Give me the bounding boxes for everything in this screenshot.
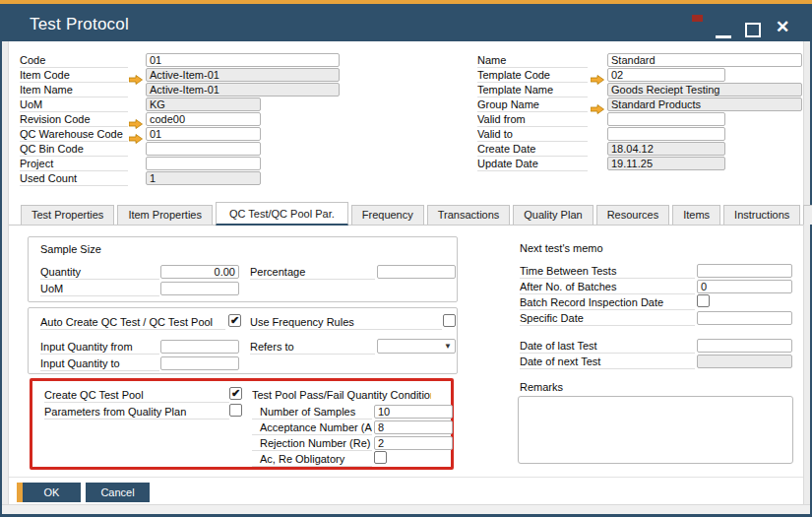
test-protocol-window: Test Protocol ✕ Code 01 Item Code Active…	[0, 0, 812, 517]
rejection-number-label: Rejection Number (Re)	[252, 437, 372, 451]
tab-instructions[interactable]: Instructions	[723, 205, 800, 225]
code-field[interactable]: 01	[146, 53, 340, 67]
tab-test-properties[interactable]: Test Properties	[21, 205, 114, 225]
date-of-last-test-field[interactable]	[697, 339, 792, 353]
window-inner-margin-bottom	[2, 504, 810, 514]
number-of-samples-field[interactable]: 10	[374, 405, 453, 419]
batch-record-inspection-date-checkbox[interactable]	[697, 294, 710, 307]
dropdown-arrow-icon: ▼	[444, 342, 452, 351]
time-between-tests-field[interactable]	[697, 264, 792, 278]
time-between-tests-label: Time Between Tests	[520, 265, 695, 279]
valid-from-field[interactable]	[607, 112, 725, 126]
test-pool-condition-title: Test Pool Pass/Fail Quantity Condition	[252, 389, 431, 403]
input-quantity-to-field[interactable]	[160, 356, 239, 370]
ok-button[interactable]: OK	[23, 483, 81, 502]
link-arrow-icon[interactable]	[129, 130, 143, 140]
tab-strip: Test Properties Item Properties QC Test/…	[9, 202, 803, 226]
tab-items[interactable]: Items	[672, 205, 720, 225]
batch-record-inspection-date-label: Batch Record Inspection Date	[520, 296, 695, 310]
link-arrow-icon[interactable]	[591, 71, 604, 81]
auto-create-label: Auto Create QC Test / QC Test Pool	[40, 316, 225, 330]
close-icon[interactable]: ✕	[776, 18, 789, 37]
template-name-label: Template Name	[477, 84, 588, 97]
use-frequency-rules-checkbox[interactable]	[443, 314, 456, 327]
rejection-number-field[interactable]: 2	[374, 436, 453, 450]
input-quantity-from-field[interactable]	[160, 340, 239, 354]
valid-from-label: Valid from	[477, 113, 588, 127]
remarks-label: Remarks	[520, 381, 618, 395]
window-inner-margin-right	[803, 41, 810, 514]
item-code-field[interactable]: Active-Item-01	[146, 68, 340, 82]
cancel-button[interactable]: Cancel	[86, 483, 150, 502]
name-label: Name	[477, 54, 588, 68]
refers-to-label: Refers to	[250, 341, 375, 355]
used-count-field[interactable]: 1	[146, 171, 261, 185]
qc-bin-code-field[interactable]	[146, 142, 261, 156]
percentage-field[interactable]	[377, 265, 456, 279]
create-qc-test-pool-checkbox[interactable]	[229, 387, 242, 400]
update-date-label: Update Date	[477, 158, 588, 171]
template-code-field[interactable]: 02	[607, 68, 725, 82]
item-name-label: Item Name	[20, 84, 128, 97]
after-no-of-batches-field[interactable]: 0	[697, 280, 792, 293]
quantity-field[interactable]: 0.00	[160, 265, 239, 279]
item-name-field[interactable]: Active-Item-01	[146, 83, 340, 97]
sample-uom-label: UoM	[40, 283, 159, 296]
minimize-icon[interactable]	[716, 35, 731, 38]
group-name-field[interactable]: Standard Products	[607, 97, 802, 111]
auto-create-group: Auto Create QC Test / QC Test Pool Use F…	[28, 307, 458, 374]
code-label: Code	[20, 54, 128, 68]
item-code-label: Item Code	[20, 69, 128, 83]
tab-item-properties[interactable]: Item Properties	[117, 205, 213, 225]
qc-warehouse-code-field[interactable]: 01	[146, 127, 261, 141]
used-count-label: Used Count	[20, 172, 128, 186]
percentage-label: Percentage	[250, 266, 375, 280]
create-qc-test-pool-label: Create QC Test Pool	[44, 389, 229, 403]
link-arrow-icon[interactable]	[591, 100, 604, 110]
template-name-field[interactable]: Goods Reciept Testing	[607, 83, 802, 97]
project-field[interactable]	[146, 157, 261, 170]
sample-size-group: Sample Size Quantity 0.00 Percentage UoM	[28, 236, 458, 302]
remarks-textarea[interactable]	[518, 396, 793, 464]
window-title: Test Protocol	[30, 15, 129, 34]
date-of-next-test-field[interactable]	[697, 355, 792, 368]
auto-create-checkbox[interactable]	[228, 314, 241, 327]
number-of-samples-label: Number of Samples	[252, 406, 372, 420]
uom-field[interactable]: KG	[146, 97, 261, 111]
acceptance-number-field[interactable]: 8	[374, 420, 453, 434]
qc-warehouse-code-label: QC Warehouse Code	[20, 128, 128, 142]
valid-to-field[interactable]	[607, 127, 725, 141]
create-date-field[interactable]: 18.04.12	[607, 142, 725, 156]
tab-qc-test-qc-pool-par[interactable]: QC Test/QC Pool Par.	[216, 202, 348, 226]
template-code-label: Template Code	[477, 69, 588, 83]
tab-quality-plan[interactable]: Quality Plan	[513, 205, 593, 225]
use-frequency-rules-label: Use Frequency Rules	[250, 316, 442, 330]
create-date-label: Create Date	[477, 143, 588, 157]
input-quantity-from-label: Input Quantity from	[40, 341, 159, 355]
window-inner-margin-left	[2, 41, 9, 514]
refers-to-dropdown[interactable]: ▼	[377, 339, 456, 354]
tab-attachments[interactable]: Attachments	[803, 205, 812, 225]
group-name-label: Group Name	[477, 98, 588, 112]
date-of-last-test-label: Date of last Test	[520, 340, 695, 354]
acceptance-number-label: Acceptance Number (Ac)	[252, 421, 372, 435]
tab-resources[interactable]: Resources	[596, 205, 670, 225]
parameters-from-quality-plan-checkbox[interactable]	[229, 404, 242, 417]
sample-uom-field[interactable]	[160, 282, 239, 295]
maximize-icon[interactable]	[745, 23, 761, 37]
name-field[interactable]: Standard	[607, 53, 802, 67]
update-date-field[interactable]: 19.11.25	[607, 157, 725, 170]
red-indicator	[692, 15, 703, 22]
date-of-next-test-label: Date of next Test	[520, 355, 695, 369]
specific-date-field[interactable]	[697, 311, 792, 325]
tab-frequency[interactable]: Frequency	[351, 205, 424, 225]
link-arrow-icon[interactable]	[129, 71, 143, 81]
tab-transactions[interactable]: Transactions	[427, 205, 511, 225]
link-arrow-icon[interactable]	[129, 115, 143, 125]
revision-code-field[interactable]: code00	[146, 112, 261, 126]
ac-re-obligatory-checkbox[interactable]	[374, 451, 387, 464]
qc-test-pool-annotation-box: Create QC Test Pool Parameters from Qual…	[30, 378, 454, 470]
input-quantity-to-label: Input Quantity to	[40, 357, 159, 371]
sample-size-title: Sample Size	[40, 243, 101, 255]
specific-date-label: Specific Date	[520, 312, 695, 326]
